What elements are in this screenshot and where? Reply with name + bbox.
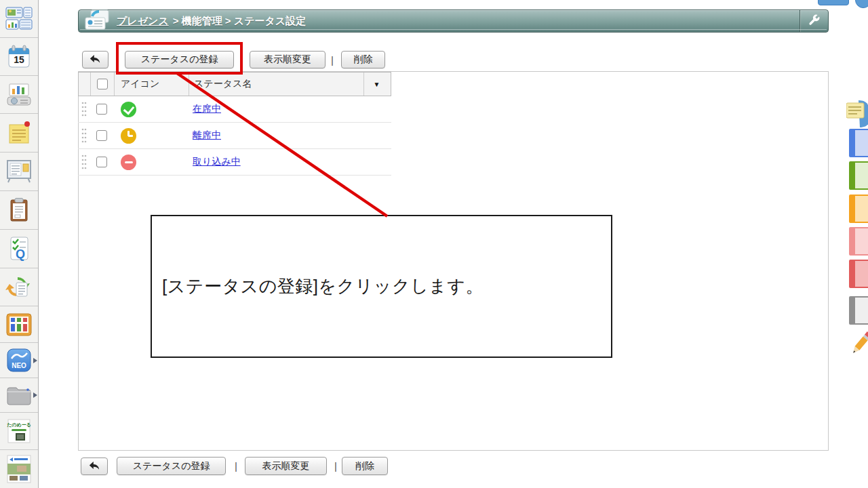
flyout-arrow-icon[interactable] xyxy=(33,392,37,398)
clipped-color-chip-icon[interactable] xyxy=(849,161,868,190)
delete-button[interactable]: 削除 xyxy=(341,51,385,68)
breadcrumb-app-link[interactable]: プレゼンス xyxy=(117,15,169,26)
sidebar-item-banner[interactable] xyxy=(0,450,38,488)
page-header-bar: プレゼンス> 機能管理 > ステータス設定 xyxy=(78,9,829,33)
sidebar-item-folder[interactable] xyxy=(0,378,38,413)
presentation-icon xyxy=(5,83,33,107)
sidebar-item-circulation[interactable] xyxy=(0,268,38,306)
tanomeru-label: たのめーる xyxy=(7,422,31,428)
memo-icon xyxy=(6,120,32,146)
neo-label: NEO xyxy=(12,362,26,369)
sidebar-item-neo[interactable]: NEO xyxy=(0,343,38,378)
back-button[interactable] xyxy=(81,458,108,475)
clipped-color-chip-icon[interactable] xyxy=(849,260,868,288)
change-order-button[interactable]: 表示順変更 xyxy=(250,51,326,68)
status-icon xyxy=(121,155,136,170)
promo-banner-icon xyxy=(5,454,33,484)
icon-column-header: アイコン xyxy=(114,73,189,96)
drag-handle[interactable] xyxy=(78,96,90,122)
row-checkbox[interactable] xyxy=(96,130,107,141)
status-icon xyxy=(121,102,136,117)
flyout-arrow-icon[interactable] xyxy=(33,358,37,363)
status-name-column-header: ステータス名 xyxy=(189,73,363,96)
register-status-button[interactable]: ステータスの登録 xyxy=(117,457,226,475)
sidebar-item-bulletin-board[interactable] xyxy=(0,152,38,191)
sidebar-item-memo[interactable] xyxy=(0,114,38,152)
status-link[interactable]: 離席中 xyxy=(193,129,221,142)
status-table-row: 取り込み中 xyxy=(78,149,391,176)
status-icon xyxy=(121,128,136,144)
settings-wrench-button[interactable] xyxy=(800,10,828,32)
delete-button[interactable]: 削除 xyxy=(342,457,388,475)
toolbar-separator: | xyxy=(334,460,337,472)
sidebar-item-report[interactable] xyxy=(0,191,38,230)
status-table-body: 在席中 離席中 xyxy=(78,96,391,176)
sidebar-item-schedule[interactable]: 15 xyxy=(0,38,38,76)
status-link[interactable]: 取り込み中 xyxy=(193,156,241,168)
portal-icon xyxy=(5,7,33,31)
status-table-row: 在席中 xyxy=(78,96,391,123)
back-button[interactable] xyxy=(82,51,108,68)
select-all-checkbox[interactable] xyxy=(97,79,108,89)
row-checkbox[interactable] xyxy=(96,104,107,115)
wrench-icon xyxy=(808,14,821,29)
drag-handle[interactable] xyxy=(78,123,90,148)
toolbar-separator: | xyxy=(331,54,334,66)
neo-app-icon: NEO xyxy=(5,348,33,373)
calendar-day: 15 xyxy=(14,54,24,65)
drag-handle[interactable] xyxy=(78,149,90,175)
register-status-button[interactable]: ステータスの登録 xyxy=(125,51,234,68)
status-table-row: 離席中 xyxy=(78,123,391,149)
column-options-button[interactable]: ▼ xyxy=(363,73,389,96)
annotation-text: [ステータスの登録]をクリックします。 xyxy=(152,274,484,298)
clipped-taskbar-icon xyxy=(855,0,868,8)
clipped-color-chip-icon[interactable] xyxy=(849,129,868,157)
breadcrumb-path: > 機能管理 > ステータス設定 xyxy=(173,15,306,26)
app-window: 15 xyxy=(0,0,868,488)
status-table-header: アイコン ステータス名 ▼ xyxy=(78,72,391,96)
status-link[interactable]: 在席中 xyxy=(193,103,221,115)
note-icon[interactable] xyxy=(846,99,868,133)
drag-column-header xyxy=(79,73,90,96)
chevron-down-icon: ▼ xyxy=(374,81,380,88)
calendar-icon: 15 xyxy=(7,44,31,70)
tanomeru-logo-icon: たのめーる xyxy=(6,418,32,445)
clipboard-icon xyxy=(6,197,32,223)
bulletin-board-icon xyxy=(5,159,33,184)
folder-icon xyxy=(5,384,33,407)
row-checkbox[interactable] xyxy=(96,157,107,167)
sidebar-item-tanomeru[interactable]: たのめーる xyxy=(0,413,38,450)
clipped-taskbar-icon xyxy=(818,0,849,5)
sidebar-item-presentation[interactable] xyxy=(0,76,38,114)
sidebar-item-portal[interactable] xyxy=(0,0,38,38)
back-arrow-icon xyxy=(90,54,101,66)
survey-icon: Q xyxy=(6,236,32,262)
annotation-callout: [ステータスの登録]をクリックします。 xyxy=(151,215,612,358)
status-table: アイコン ステータス名 ▼ 在席中 xyxy=(78,72,391,176)
change-order-button[interactable]: 表示順変更 xyxy=(245,457,327,475)
select-all-cell xyxy=(90,73,114,96)
app-sidebar: 15 xyxy=(0,0,39,488)
circulation-icon xyxy=(5,274,33,300)
back-arrow-icon xyxy=(89,461,100,472)
survey-q-glyph: Q xyxy=(16,247,25,261)
sidebar-item-cabinet[interactable] xyxy=(0,306,38,343)
clipped-color-chip-icon[interactable] xyxy=(849,195,868,223)
sidebar-item-survey[interactable]: Q xyxy=(0,230,38,268)
pencil-icon[interactable] xyxy=(850,330,868,360)
toolbar-separator: | xyxy=(235,460,237,472)
clipped-color-chip-icon[interactable] xyxy=(849,296,868,325)
breadcrumb: プレゼンス> 機能管理 > ステータス設定 xyxy=(117,15,306,28)
clipped-color-chip-icon[interactable] xyxy=(849,227,868,256)
cabinet-icon xyxy=(5,312,33,338)
presence-app-icon xyxy=(84,9,110,33)
